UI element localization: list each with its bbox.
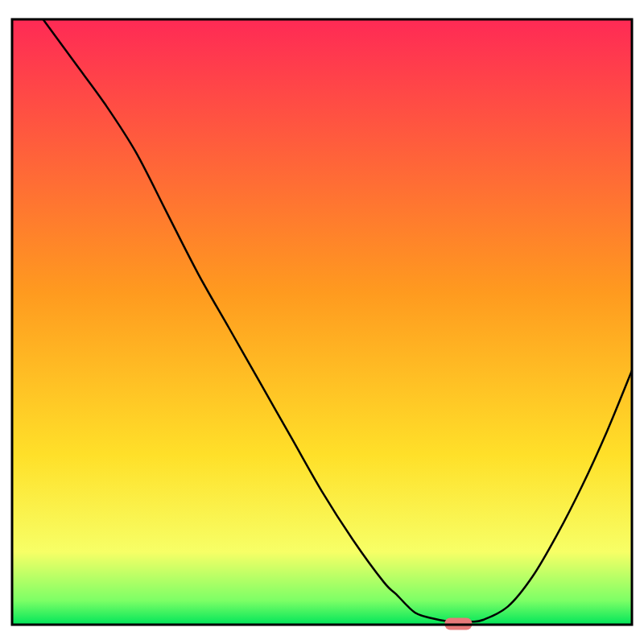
- plot-area-gradient: [12, 19, 632, 625]
- chart-root: TheBottleneck.com: [0, 0, 644, 644]
- bottleneck-chart: [0, 0, 644, 644]
